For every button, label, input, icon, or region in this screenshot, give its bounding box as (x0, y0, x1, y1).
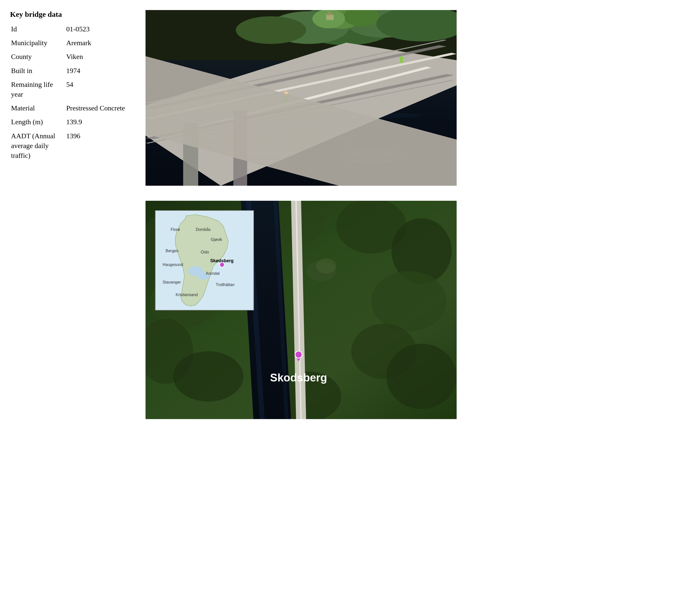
bridge-data-panel: Key bridge data Id 01-0523 Municipality … (10, 10, 130, 186)
table-row: AADT (Annual average daily traffic) 1396 (10, 129, 130, 163)
field-value-remaining-life: 54 (65, 78, 130, 101)
svg-marker-11 (171, 67, 431, 134)
svg-marker-14 (146, 40, 447, 103)
svg-point-5 (236, 16, 306, 44)
svg-point-24 (341, 148, 401, 163)
svg-rect-0 (146, 10, 457, 186)
svg-point-22 (399, 56, 403, 59)
page-container: Key bridge data Id 01-0523 Municipality … (0, 0, 700, 429)
svg-marker-13 (146, 45, 447, 109)
svg-rect-18 (233, 110, 247, 186)
aerial-map: Florø Bergen Haugesund Stavanger Kristia… (146, 201, 457, 419)
table-row: Municipality Aremark (10, 36, 130, 50)
svg-text:Skødsberg: Skødsberg (210, 258, 233, 263)
field-value-material: Prestressed Concrete (65, 101, 130, 115)
field-value-aadt: 1396 (65, 129, 130, 163)
field-label-length: Length (m) (10, 115, 65, 129)
svg-text:Oslo: Oslo (201, 250, 209, 254)
svg-rect-23 (400, 59, 403, 63)
svg-point-2 (346, 10, 422, 38)
svg-point-19 (283, 93, 289, 97)
field-value-municipality: Aremark (65, 36, 130, 50)
svg-point-3 (376, 10, 457, 42)
svg-point-7 (171, 93, 321, 103)
field-value-county: Viken (65, 50, 130, 64)
field-value-id: 01-0523 (65, 22, 130, 36)
field-label-aadt: AADT (Annual average daily traffic) (10, 129, 65, 163)
location-label: Skodsberg (270, 371, 327, 384)
aerial-map-svg: Florø Bergen Haugesund Stavanger Kristia… (146, 201, 457, 419)
bridge-photo-svg (146, 10, 457, 186)
svg-text:Bergen: Bergen (166, 249, 179, 253)
map-section: Florø Bergen Haugesund Stavanger Kristia… (10, 201, 690, 419)
svg-text:Gjøvik: Gjøvik (211, 238, 222, 242)
table-row: Id 01-0523 (10, 22, 130, 36)
svg-text:Kristiansand: Kristiansand (176, 293, 198, 297)
bridge-photo-image (146, 10, 457, 186)
field-label-municipality: Municipality (10, 36, 65, 50)
field-label-built-in: Built in (10, 64, 65, 78)
svg-point-1 (296, 10, 396, 45)
field-label-id: Id (10, 22, 65, 36)
svg-point-49 (316, 258, 336, 274)
svg-text:Stavanger: Stavanger (162, 280, 181, 284)
svg-marker-12 (146, 53, 457, 119)
svg-marker-16 (146, 80, 454, 144)
svg-marker-10 (146, 43, 457, 186)
svg-text:Florø: Florø (171, 227, 180, 232)
table-row: Built in 1974 (10, 64, 130, 78)
svg-point-40 (386, 344, 457, 409)
field-label-material: Material (10, 101, 65, 115)
svg-marker-29 (325, 11, 334, 15)
svg-rect-6 (146, 60, 457, 186)
svg-rect-20 (284, 97, 288, 102)
svg-rect-28 (326, 15, 334, 20)
svg-point-4 (269, 11, 349, 44)
svg-text:Arendal: Arendal (206, 271, 220, 276)
top-section: Key bridge data Id 01-0523 Municipality … (10, 10, 690, 186)
svg-text:Trollhättan: Trollhättan (216, 282, 234, 287)
table-row: Remaining life year 54 (10, 78, 130, 101)
svg-point-21 (284, 91, 288, 95)
field-value-length: 139.9 (65, 115, 130, 129)
field-label-remaining-life: Remaining life year (10, 78, 65, 101)
svg-point-68 (295, 351, 302, 358)
svg-point-8 (221, 112, 422, 119)
svg-point-38 (371, 271, 447, 331)
svg-point-26 (344, 10, 379, 26)
section-title: Key bridge data (10, 10, 130, 19)
bridge-photo-panel (146, 10, 690, 186)
table-row: Material Prestressed Concrete (10, 101, 130, 115)
map-container: Florø Bergen Haugesund Stavanger Kristia… (146, 201, 457, 419)
svg-point-9 (183, 131, 359, 140)
field-label-county: County (10, 50, 65, 64)
svg-rect-17 (183, 123, 198, 186)
field-value-built-in: 1974 (65, 64, 130, 78)
svg-text:Dombås: Dombås (196, 227, 211, 232)
svg-point-27 (312, 10, 345, 28)
table-row: County Viken (10, 50, 130, 64)
svg-text:Haugesund: Haugesund (162, 263, 183, 267)
table-row: Length (m) 139.9 (10, 115, 130, 129)
svg-marker-15 (146, 74, 454, 139)
svg-point-35 (173, 351, 243, 401)
bridge-data-table: Id 01-0523 Municipality Aremark County V… (10, 22, 130, 163)
svg-point-25 (321, 10, 361, 29)
